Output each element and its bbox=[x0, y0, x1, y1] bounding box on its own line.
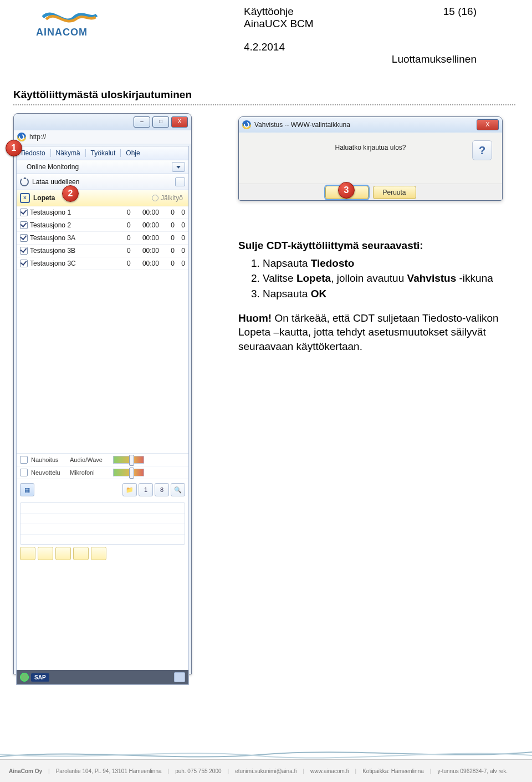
jalkityo-option[interactable]: Jälkityö bbox=[152, 194, 183, 202]
yellow-button-row bbox=[17, 545, 188, 562]
footer-right-icon[interactable] bbox=[174, 672, 185, 682]
queue-row: Testausjono 3C000:0000 bbox=[17, 257, 188, 270]
dialog-body: Haluatko kirjautua ulos? ? bbox=[239, 133, 502, 184]
app-footer: SAP bbox=[17, 670, 188, 684]
checkbox-icon[interactable] bbox=[20, 221, 28, 229]
footer-reg: Kotipaikka: Hämeenlinna bbox=[362, 768, 424, 774]
dialog-title: Vahvistus -- WWW-valintaikkuna bbox=[254, 121, 350, 129]
audio-label: Audio/Wave bbox=[70, 456, 110, 463]
question-icon: ? bbox=[472, 140, 492, 160]
section-divider bbox=[13, 104, 515, 105]
url-text: http:// bbox=[29, 133, 46, 141]
action-button-2[interactable] bbox=[38, 547, 53, 560]
chevron-down-icon bbox=[176, 166, 181, 169]
checkbox-icon[interactable] bbox=[20, 247, 28, 255]
logo: AINACOM bbox=[36, 6, 147, 38]
checkbox-empty-icon[interactable] bbox=[20, 456, 28, 464]
call-list-area bbox=[20, 502, 185, 545]
queue-row: Testausjono 1000:0000 bbox=[17, 206, 188, 219]
footer-phone: puh. 075 755 2000 bbox=[175, 768, 221, 774]
digit-8-button[interactable]: 8 bbox=[155, 483, 169, 496]
footer-wave-graphic bbox=[0, 747, 532, 760]
reload-row[interactable]: Lataa uudelleen bbox=[17, 174, 188, 190]
footer-company: AinaCom Oy bbox=[9, 768, 42, 774]
minimize-button[interactable]: – bbox=[134, 116, 150, 128]
confirm-dialog: Vahvistus -- WWW-valintaikkuna X Haluatk… bbox=[238, 116, 503, 201]
lopeta-row[interactable]: × Lopeta Jälkityö bbox=[17, 190, 188, 206]
empty-list-area bbox=[17, 270, 188, 454]
step-marker-2: 2 bbox=[62, 185, 79, 202]
page-number: 15 (16) bbox=[443, 6, 477, 18]
instr-heading: Sulje CDT-käyttöliittymä seuraavasti: bbox=[238, 240, 423, 251]
footer-email: etunimi.sukunimi@aina.fi bbox=[235, 768, 296, 774]
instr-step-2: Valitse Lopeta, jolloin avautuu Vahvistu… bbox=[263, 271, 510, 286]
dialog-button-row: OK Peruuta bbox=[239, 184, 502, 201]
nauhoitus-label: Nauhoitus bbox=[31, 456, 66, 463]
action-button-3[interactable] bbox=[55, 547, 71, 560]
maximize-button[interactable]: □ bbox=[152, 116, 169, 128]
doc-header: AINACOM Käyttöohje AinaUCX BCM 15 (16) 4… bbox=[11, 6, 515, 61]
doc-date: 4.2.2014 bbox=[244, 41, 285, 53]
grid-icon-button[interactable]: ▦ bbox=[20, 483, 34, 496]
window-titlebar: – □ X bbox=[14, 114, 191, 130]
search-icon-button[interactable]: 🔍 bbox=[171, 483, 185, 496]
jalkityo-label: Jälkityö bbox=[161, 194, 183, 202]
checkbox-empty-icon[interactable] bbox=[20, 469, 28, 476]
neuvottelu-label: Neuvottelu bbox=[31, 469, 66, 476]
checkbox-icon[interactable] bbox=[20, 209, 28, 216]
sap-badge: SAP bbox=[31, 673, 49, 682]
menu-ohje[interactable]: Ohje bbox=[126, 149, 140, 157]
menu-tyokalut[interactable]: Työkalut bbox=[91, 149, 116, 157]
queue-name: Testausjono 1 bbox=[30, 209, 71, 216]
cdt-app-window: – □ X http:// Tiedosto Näkymä Työkalut O… bbox=[13, 113, 192, 674]
reload-icon bbox=[20, 177, 29, 186]
checkbox-icon[interactable] bbox=[20, 234, 28, 242]
reload-side-btn[interactable] bbox=[175, 177, 185, 186]
instr-step-1: Napsauta Tiedosto bbox=[263, 256, 510, 271]
window-close-button[interactable]: X bbox=[171, 116, 188, 128]
cancel-button[interactable]: Peruuta bbox=[373, 186, 416, 199]
nauhoitus-row: Nauhoitus Audio/Wave bbox=[17, 454, 188, 466]
step-marker-3: 3 bbox=[338, 182, 355, 199]
queue-name: Testausjono 2 bbox=[30, 221, 71, 229]
instr-note: Huom! On tärkeää, että CDT suljetaan Tie… bbox=[238, 311, 510, 354]
menu-tiedosto[interactable]: Tiedosto bbox=[20, 149, 45, 157]
dropdown-button[interactable] bbox=[172, 162, 185, 172]
online-monitoring-label: Online Monitoring bbox=[27, 163, 79, 171]
folder-icon-button[interactable]: 📁 bbox=[122, 483, 137, 496]
ie-icon bbox=[242, 120, 251, 129]
action-button-1[interactable] bbox=[20, 547, 35, 560]
action-button-4[interactable] bbox=[73, 547, 89, 560]
instructions: Sulje CDT-käyttöliittymä seuraavasti: Na… bbox=[238, 238, 510, 353]
queue-name: Testausjono 3A bbox=[30, 234, 75, 242]
address-bar: http:// bbox=[14, 130, 191, 144]
digit-1-button[interactable]: 1 bbox=[139, 483, 153, 496]
queue-name: Testausjono 3C bbox=[30, 260, 76, 267]
dialog-titlebar: Vahvistus -- WWW-valintaikkuna X bbox=[239, 117, 502, 133]
section-title: Käyttöliittymästä uloskirjautuminen bbox=[13, 89, 192, 101]
dialog-close-button[interactable]: X bbox=[477, 119, 499, 130]
queue-name: Testausjono 3B bbox=[30, 247, 75, 255]
mic-slider[interactable] bbox=[113, 469, 144, 476]
audio-slider[interactable] bbox=[113, 456, 144, 464]
action-button-5[interactable] bbox=[91, 547, 106, 560]
menu-nakyma[interactable]: Näkymä bbox=[56, 149, 80, 157]
checkbox-icon[interactable] bbox=[20, 260, 28, 267]
queue-row: Testausjono 3B000:0000 bbox=[17, 245, 188, 257]
product-name: AinaUCX BCM bbox=[244, 18, 314, 30]
radio-icon bbox=[152, 195, 158, 201]
page-footer: AinaCom Oy| Parolantie 104, PL 94, 13101… bbox=[0, 759, 532, 782]
ie-icon bbox=[17, 133, 26, 141]
menu-bar: Tiedosto Näkymä Työkalut Ohje bbox=[17, 146, 188, 160]
toolbar-row: ▦ 📁 1 8 🔍 bbox=[17, 479, 188, 500]
logo-text: AINACOM bbox=[36, 27, 147, 38]
queue-grid: Testausjono 1000:0000 Testausjono 2000:0… bbox=[17, 206, 188, 270]
sub-toolbar: Online Monitoring bbox=[17, 160, 188, 174]
doc-type: Käyttöohje bbox=[244, 6, 294, 18]
footer-vat: y-tunnus 0962834-7, alv rek. bbox=[437, 768, 508, 774]
step-marker-1: 1 bbox=[6, 140, 22, 156]
close-icon: × bbox=[20, 193, 30, 203]
queue-row: Testausjono 3A000:0000 bbox=[17, 232, 188, 245]
confidentiality: Luottamuksellinen bbox=[392, 53, 477, 65]
dialog-message: Haluatko kirjautua ulos? bbox=[335, 144, 406, 151]
